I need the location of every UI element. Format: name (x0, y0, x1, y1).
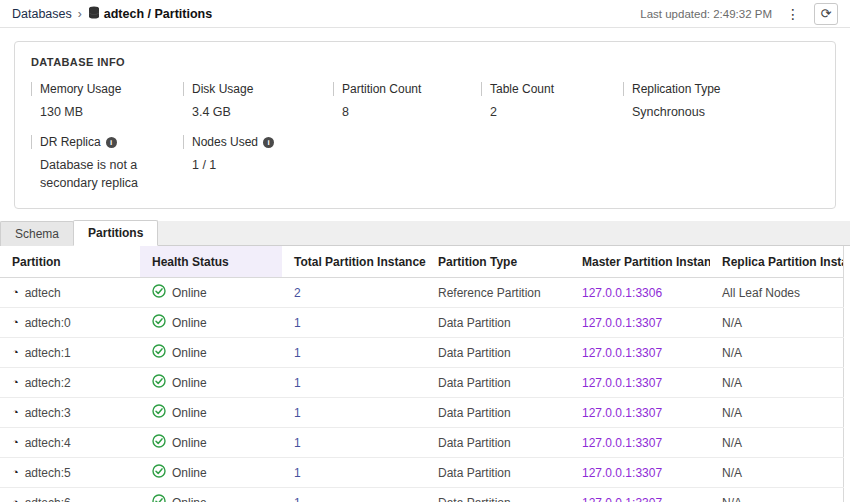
master-instance-link[interactable]: 127.0.0.1:3306 (582, 286, 662, 300)
total-instances-link[interactable]: 1 (294, 376, 301, 390)
master-instance-link[interactable]: 127.0.0.1:3307 (582, 376, 662, 390)
stat-table-count: Table Count 2 (481, 82, 623, 121)
partition-type-text: Data Partition (438, 466, 511, 480)
total-instances-link[interactable]: 1 (294, 496, 301, 502)
table-row: ◔ adtech:1 Online 1 Data Partition 127.0… (0, 338, 844, 368)
table-row: ◔ adtech:5 Online 1 Data Partition 127.0… (0, 458, 844, 488)
partition-type-text: Data Partition (438, 346, 511, 360)
total-instances-link[interactable]: 2 (294, 286, 301, 300)
stat-value: 130 MB (31, 103, 181, 121)
info-icon[interactable]: i (106, 137, 117, 148)
master-instance-link[interactable]: 127.0.0.1:3307 (582, 346, 662, 360)
col-header-health-status[interactable]: Health Status (140, 246, 282, 278)
health-status-text: Online (172, 406, 207, 420)
partition-name: adtech:4 (25, 436, 71, 450)
col-header-partition-type[interactable]: Partition Type (426, 246, 570, 278)
col-header-partition[interactable]: Partition (0, 246, 140, 278)
partition-type-text: Data Partition (438, 316, 511, 330)
table-row: ◔ adtech Online 2 Reference Partition 12… (0, 278, 844, 308)
partition-icon: ◔ (12, 497, 19, 502)
master-instance-link[interactable]: 127.0.0.1:3307 (582, 406, 662, 420)
partition-type-text: Data Partition (438, 406, 511, 420)
stat-label: Nodes Used i (183, 135, 333, 149)
partition-name: adtech:6 (25, 496, 71, 502)
health-check-icon (152, 374, 166, 391)
partition-icon: ◔ (12, 317, 19, 328)
partition-icon: ◔ (12, 287, 19, 298)
total-instances-link[interactable]: 1 (294, 316, 301, 330)
total-instances-link[interactable]: 1 (294, 436, 301, 450)
total-instances-link[interactable]: 1 (294, 346, 301, 360)
partition-name: adtech:1 (25, 346, 71, 360)
health-check-icon (152, 344, 166, 361)
stat-value: 8 (333, 103, 481, 121)
health-check-icon (152, 314, 166, 331)
health-status-text: Online (172, 316, 207, 330)
health-status-text: Online (172, 466, 207, 480)
partition-icon: ◔ (12, 377, 19, 388)
stat-value: 2 (481, 103, 623, 121)
total-instances-link[interactable]: 1 (294, 406, 301, 420)
replica-instance-text: N/A (722, 316, 742, 330)
stat-label: Disk Usage (183, 82, 333, 96)
breadcrumb-databases-link[interactable]: Databases (12, 7, 72, 21)
partition-table-body: ◔ adtech Online 2 Reference Partition 12… (0, 278, 844, 502)
partition-name: adtech:5 (25, 466, 71, 480)
database-icon (88, 5, 100, 23)
card-title: DATABASE INFO (31, 56, 819, 68)
tab-bar: Schema Partitions (0, 221, 850, 246)
tab-schema[interactable]: Schema (0, 221, 74, 246)
table-row: ◔ adtech:3 Online 1 Data Partition 127.0… (0, 398, 844, 428)
health-check-icon (152, 404, 166, 421)
health-check-icon (152, 284, 166, 301)
col-header-total-instances[interactable]: Total Partition Instances (282, 246, 426, 278)
table-row: ◔ adtech:0 Online 1 Data Partition 127.0… (0, 308, 844, 338)
database-info-card: DATABASE INFO Memory Usage 130 MB Disk U… (14, 41, 836, 209)
partition-icon: ◔ (12, 407, 19, 418)
stat-nodes-used: Nodes Used i 1 / 1 (183, 135, 333, 192)
stat-replication-type: Replication Type Synchronous (623, 82, 819, 121)
stat-memory-usage: Memory Usage 130 MB (31, 82, 183, 121)
replica-instance-text: N/A (722, 466, 742, 480)
stat-label-text: DR Replica (40, 135, 101, 149)
stat-label: Table Count (481, 82, 623, 96)
col-header-replica-instance[interactable]: Replica Partition Instance ... (710, 246, 844, 278)
stat-dr-replica: DR Replica i Database is not a secondary… (31, 135, 183, 192)
total-instances-link[interactable]: 1 (294, 466, 301, 480)
top-bar: Databases › adtech / Partitions Last upd… (0, 0, 850, 28)
health-check-icon (152, 494, 166, 502)
stat-value: Database is not a secondary replica (31, 156, 181, 192)
health-check-icon (152, 464, 166, 481)
master-instance-link[interactable]: 127.0.0.1:3307 (582, 436, 662, 450)
replica-instance-text: All Leaf Nodes (722, 286, 800, 300)
col-header-master-instance[interactable]: Master Partition Instance ... (570, 246, 710, 278)
last-updated-text: Last updated: 2:49:32 PM (640, 8, 772, 20)
stat-label: Memory Usage (31, 82, 183, 96)
master-instance-link[interactable]: 127.0.0.1:3307 (582, 466, 662, 480)
master-instance-link[interactable]: 127.0.0.1:3307 (582, 496, 662, 502)
partition-name: adtech (25, 286, 61, 300)
stat-label-text: Nodes Used (192, 135, 258, 149)
partition-type-text: Reference Partition (438, 286, 541, 300)
stats-row-2: DR Replica i Database is not a secondary… (31, 135, 819, 192)
table-header-row: Partition Health Status Total Partition … (0, 246, 844, 278)
stats-row-1: Memory Usage 130 MB Disk Usage 3.4 GB Pa… (31, 82, 819, 121)
partition-type-text: Data Partition (438, 376, 511, 390)
refresh-button[interactable]: ⟳ (814, 3, 838, 25)
health-check-icon (152, 434, 166, 451)
replica-instance-text: N/A (722, 436, 742, 450)
partitions-table: Partition Health Status Total Partition … (0, 246, 850, 502)
stat-partition-count: Partition Count 8 (333, 82, 481, 121)
master-instance-link[interactable]: 127.0.0.1:3307 (582, 316, 662, 330)
tab-partitions[interactable]: Partitions (73, 220, 158, 246)
partition-icon: ◔ (12, 467, 19, 478)
health-status-text: Online (172, 286, 207, 300)
replica-instance-text: N/A (722, 346, 742, 360)
partition-type-text: Data Partition (438, 436, 511, 450)
kebab-menu-icon[interactable]: ⋮ (782, 7, 804, 21)
partition-name: adtech:0 (25, 316, 71, 330)
stat-label: Replication Type (623, 82, 819, 96)
stat-value: Synchronous (623, 103, 773, 121)
health-status-text: Online (172, 496, 207, 502)
info-icon[interactable]: i (263, 137, 274, 148)
